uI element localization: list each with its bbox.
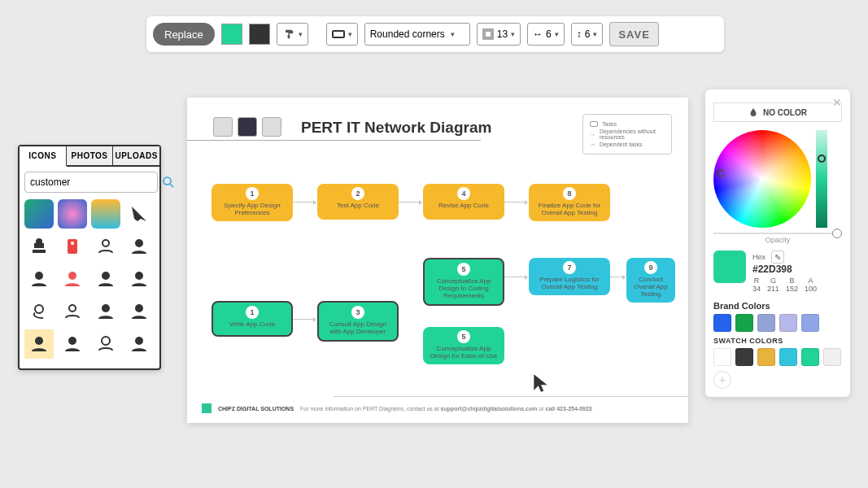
- swatch[interactable]: [735, 348, 753, 366]
- icon-result[interactable]: [24, 199, 54, 229]
- hex-value[interactable]: #22D398: [752, 264, 817, 275]
- arrow-v-icon: ↕: [577, 28, 582, 40]
- border-icon: [482, 28, 494, 40]
- arrow-h-icon: ↔: [533, 28, 543, 40]
- node-b7[interactable]: 7Prepare Logistics for Overall App Testi…: [529, 258, 610, 295]
- a-value[interactable]: 100: [805, 285, 817, 293]
- color-wheel[interactable]: [713, 130, 811, 228]
- node-y2[interactable]: 2Test App Code: [317, 184, 399, 220]
- swatch[interactable]: [713, 348, 731, 366]
- stroke-color-swatch[interactable]: [249, 24, 270, 45]
- svg-point-5: [71, 242, 74, 245]
- border-width-dropdown[interactable]: 13▾: [477, 23, 521, 46]
- current-color-swatch: [713, 251, 746, 283]
- hue-handle[interactable]: [818, 155, 826, 163]
- swatch-colors-label: SWATCH COLORS: [713, 337, 842, 345]
- icon-result[interactable]: [124, 297, 154, 326]
- swatch[interactable]: [779, 348, 797, 366]
- width-dropdown[interactable]: ↔6▾: [527, 23, 565, 46]
- icon-result[interactable]: [124, 199, 154, 229]
- svg-point-16: [35, 337, 43, 345]
- icon-result[interactable]: [24, 297, 54, 326]
- icon-result[interactable]: [124, 329, 154, 359]
- swatch[interactable]: [779, 314, 797, 332]
- svg-point-12: [35, 305, 43, 313]
- opacity-slider[interactable]: [713, 233, 842, 234]
- icon-result[interactable]: [91, 232, 120, 261]
- icon-result[interactable]: [58, 264, 87, 294]
- swatch[interactable]: [757, 314, 775, 332]
- search-button[interactable]: [161, 173, 176, 191]
- icon-result[interactable]: [124, 232, 154, 261]
- icon-result[interactable]: [58, 232, 87, 261]
- icon-result[interactable]: [58, 297, 87, 326]
- swatch[interactable]: [823, 348, 841, 366]
- icon-result[interactable]: [24, 232, 54, 261]
- shape-outline-dropdown[interactable]: ▾: [326, 23, 358, 46]
- swatch[interactable]: [801, 348, 819, 366]
- node-y8[interactable]: 8Finalize App Code for Overall App Testi…: [529, 184, 610, 221]
- svg-point-9: [68, 272, 76, 280]
- tab-uploads[interactable]: UPLOADS: [113, 146, 159, 167]
- legend: Tasks →Dependencies without resources →D…: [582, 114, 672, 155]
- search-input[interactable]: [24, 172, 158, 193]
- replace-button[interactable]: Replace: [153, 23, 215, 46]
- svg-point-10: [102, 272, 110, 280]
- svg-point-8: [35, 272, 43, 280]
- r-value[interactable]: 34: [752, 285, 761, 293]
- svg-point-15: [135, 304, 143, 312]
- cursor-icon: [532, 373, 550, 399]
- g-value[interactable]: 211: [767, 285, 779, 293]
- svg-line-3: [170, 184, 173, 187]
- node-g1[interactable]: 1Write App Code: [212, 301, 293, 337]
- node-g3[interactable]: 3Consult App Design with App Developer: [317, 301, 399, 342]
- brand-colors-label: Brand Colors: [713, 301, 842, 311]
- color-panel: ✕ NO COLOR Opacity Hex ✎ #22D398 R34 G21…: [705, 89, 850, 397]
- icon-result[interactable]: [124, 264, 154, 294]
- icon-result[interactable]: [58, 329, 87, 359]
- tab-icons[interactable]: ICONS: [20, 146, 67, 167]
- icon-result[interactable]: [91, 297, 120, 326]
- icon-result[interactable]: [91, 264, 120, 294]
- toolbar: Replace ▾ ▾ Rounded corners 13▾ ↔6▾ ↕6▾ …: [146, 16, 724, 52]
- corner-style-dropdown[interactable]: Rounded corners: [364, 23, 470, 46]
- swatch[interactable]: [735, 314, 753, 332]
- swatch-colors: [713, 348, 842, 366]
- no-color-button[interactable]: NO COLOR: [713, 102, 842, 122]
- brush-dropdown[interactable]: ▾: [277, 23, 308, 46]
- swatch[interactable]: [713, 314, 731, 332]
- swatch[interactable]: [757, 348, 775, 366]
- svg-point-19: [135, 337, 143, 345]
- fill-color-swatch[interactable]: [221, 24, 242, 45]
- close-icon[interactable]: ✕: [832, 96, 842, 109]
- title-underline: [187, 140, 481, 141]
- canvas[interactable]: PERT IT Network Diagram Tasks →Dependenc…: [187, 98, 688, 423]
- save-button[interactable]: SAVE: [609, 22, 658, 46]
- node-g5a[interactable]: 5Conceptualize App Design to Coding Requ…: [423, 258, 504, 306]
- droplet-icon: [748, 107, 758, 117]
- hue-strip[interactable]: [816, 130, 827, 228]
- node-y1[interactable]: 1Specify App Design Preferences: [212, 184, 293, 221]
- icon-result[interactable]: [58, 199, 87, 229]
- icon-result[interactable]: [91, 329, 120, 359]
- node-y4[interactable]: 4Revise App Code: [423, 184, 504, 220]
- icon-result[interactable]: [24, 329, 54, 359]
- node-g5b[interactable]: 5Conceptualize App Design for Ease-of-Us…: [423, 327, 504, 364]
- title-decor-icons: [213, 117, 281, 137]
- svg-point-14: [102, 304, 110, 312]
- svg-rect-1: [485, 31, 491, 37]
- height-dropdown[interactable]: ↕6▾: [571, 23, 604, 46]
- canvas-footer: CHIPZ DIGITAL SOLUTIONS For more informa…: [202, 403, 674, 413]
- tab-photos[interactable]: PHOTOS: [67, 146, 114, 167]
- svg-point-13: [69, 305, 76, 312]
- icons-panel: ICONS PHOTOS UPLOADS: [18, 145, 161, 370]
- swatch[interactable]: [801, 314, 819, 332]
- icon-result[interactable]: [24, 264, 54, 294]
- svg-point-2: [164, 177, 171, 185]
- icon-result[interactable]: [91, 199, 120, 229]
- wheel-handle[interactable]: [717, 169, 725, 177]
- node-b9[interactable]: 9Conduct Overall App Testing: [626, 258, 675, 303]
- eyedropper-icon[interactable]: ✎: [771, 251, 784, 264]
- add-swatch-button[interactable]: +: [713, 371, 731, 389]
- b-value[interactable]: 152: [786, 285, 798, 293]
